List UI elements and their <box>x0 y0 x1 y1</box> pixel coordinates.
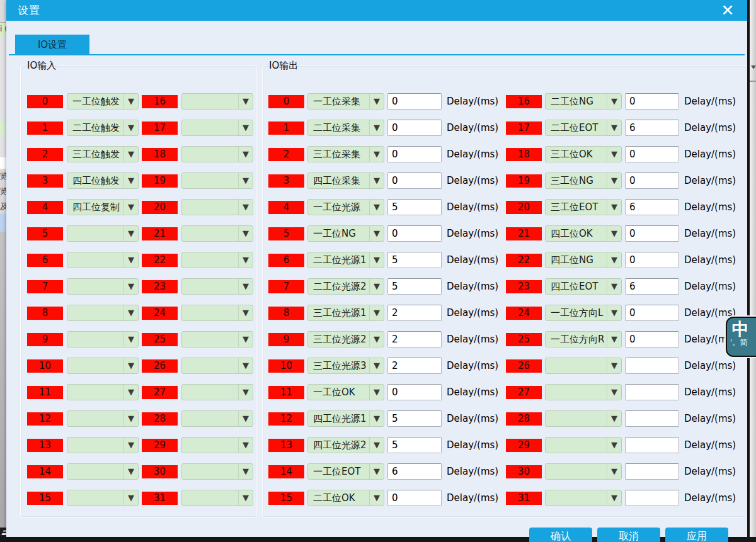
io-output-select-31[interactable]: ▼ <box>545 490 622 506</box>
io-output-select-24[interactable]: 一工位方向L▼ <box>545 305 622 321</box>
io-output-delay-input-18[interactable] <box>625 146 679 162</box>
io-output-select-28[interactable]: ▼ <box>545 410 622 427</box>
io-input-select-1[interactable]: 二工位触发▼ <box>67 120 139 136</box>
io-input-select-12[interactable]: ▼ <box>67 410 139 427</box>
io-output-select-18[interactable]: 三工位OK▼ <box>545 146 622 162</box>
close-icon[interactable]: ✕ <box>717 1 738 20</box>
io-output-delay-input-10[interactable] <box>387 358 442 374</box>
io-output-select-11[interactable]: 一工位OK▼ <box>307 384 384 400</box>
io-output-delay-input-9[interactable] <box>387 331 442 347</box>
io-input-select-13[interactable]: ▼ <box>67 437 139 453</box>
io-input-select-7[interactable]: ▼ <box>67 278 139 295</box>
io-output-delay-input-22[interactable] <box>625 252 679 268</box>
io-output-select-5[interactable]: 一工位NG▼ <box>307 225 384 242</box>
io-output-select-0[interactable]: 一工位采集▼ <box>307 93 384 110</box>
io-output-delay-input-30[interactable] <box>625 463 679 480</box>
io-output-delay-input-16[interactable] <box>625 93 679 110</box>
io-input-select-20[interactable]: ▼ <box>181 199 253 215</box>
io-output-delay-input-31[interactable] <box>625 490 679 506</box>
io-output-select-14[interactable]: 一工位EOT▼ <box>307 463 384 480</box>
io-input-select-6[interactable]: ▼ <box>67 252 139 268</box>
io-output-select-16[interactable]: 二工位NG▼ <box>545 93 622 110</box>
io-output-select-30[interactable]: ▼ <box>545 463 622 480</box>
io-output-select-21[interactable]: 四工位OK▼ <box>545 225 622 242</box>
io-input-select-16[interactable]: ▼ <box>181 93 253 110</box>
io-output-delay-input-3[interactable] <box>387 172 442 189</box>
io-output-delay-input-7[interactable] <box>387 278 442 295</box>
io-output-select-26[interactable]: ▼ <box>545 358 622 374</box>
io-output-select-8[interactable]: 三工位光源1▼ <box>307 305 384 321</box>
io-output-select-9[interactable]: 三工位光源2▼ <box>307 331 384 347</box>
io-output-select-23[interactable]: 四工位EOT▼ <box>545 278 622 295</box>
io-input-select-22[interactable]: ▼ <box>181 252 253 268</box>
io-output-select-15[interactable]: 二工位OK▼ <box>307 490 384 506</box>
io-output-select-7[interactable]: 二工位光源2▼ <box>307 278 384 295</box>
io-output-delay-input-20[interactable] <box>625 199 679 215</box>
io-input-select-4[interactable]: 四工位复制▼ <box>67 199 139 215</box>
io-input-select-18[interactable]: ▼ <box>181 146 253 162</box>
io-input-select-26[interactable]: ▼ <box>181 358 253 374</box>
io-output-delay-input-2[interactable] <box>387 146 442 162</box>
io-output-select-1[interactable]: 二工位采集▼ <box>307 120 384 136</box>
io-output-delay-input-21[interactable] <box>625 225 679 242</box>
io-input-select-5[interactable]: ▼ <box>67 225 139 242</box>
io-output-delay-input-25[interactable] <box>625 331 679 347</box>
io-input-select-14[interactable]: ▼ <box>67 463 139 480</box>
io-output-delay-input-11[interactable] <box>387 384 442 400</box>
io-output-delay-input-12[interactable] <box>387 410 442 427</box>
io-input-select-9[interactable]: ▼ <box>67 331 139 347</box>
io-input-select-19[interactable]: ▼ <box>181 172 253 189</box>
io-input-select-25[interactable]: ▼ <box>181 331 253 347</box>
io-input-select-17[interactable]: ▼ <box>181 120 253 136</box>
io-output-select-13[interactable]: 四工位光源2▼ <box>307 437 384 453</box>
io-output-select-10[interactable]: 三工位光源3▼ <box>307 358 384 374</box>
io-input-select-24[interactable]: ▼ <box>181 305 253 321</box>
io-input-select-29[interactable]: ▼ <box>181 437 253 453</box>
dialog-titlebar[interactable]: 设置 ✕ <box>6 0 747 21</box>
io-output-delay-input-0[interactable] <box>387 93 442 110</box>
io-output-delay-input-19[interactable] <box>625 172 679 189</box>
io-output-select-2[interactable]: 三工位采集▼ <box>307 146 384 162</box>
io-input-select-2[interactable]: 三工位触发▼ <box>67 146 139 162</box>
cancel-button[interactable]: 取消 <box>597 528 660 542</box>
io-input-select-0[interactable]: 一工位触发▼ <box>67 93 139 110</box>
io-output-delay-input-14[interactable] <box>387 463 442 480</box>
io-input-select-21[interactable]: ▼ <box>181 225 253 242</box>
io-output-select-27[interactable]: ▼ <box>545 384 622 400</box>
io-output-select-12[interactable]: 四工位光源1▼ <box>307 410 384 427</box>
io-output-select-17[interactable]: 二工位EOT▼ <box>545 120 622 136</box>
io-output-delay-input-26[interactable] <box>625 358 679 374</box>
apply-button[interactable]: 应用 <box>665 528 728 542</box>
io-input-select-23[interactable]: ▼ <box>181 278 253 295</box>
io-output-select-6[interactable]: 二工位光源1▼ <box>307 252 384 268</box>
io-output-delay-input-4[interactable] <box>387 199 442 215</box>
io-output-delay-input-23[interactable] <box>625 278 679 295</box>
io-output-delay-input-28[interactable] <box>625 410 679 427</box>
io-output-select-20[interactable]: 三工位EOT▼ <box>545 199 622 215</box>
io-input-select-10[interactable]: ▼ <box>67 358 139 374</box>
io-input-select-8[interactable]: ▼ <box>67 305 139 321</box>
ime-widget[interactable]: 中 '。简 <box>726 317 756 357</box>
io-output-delay-input-6[interactable] <box>387 252 442 268</box>
io-output-delay-input-29[interactable] <box>625 437 679 453</box>
io-output-select-19[interactable]: 三工位NG▼ <box>545 172 622 189</box>
io-output-select-29[interactable]: ▼ <box>545 437 622 453</box>
io-input-select-30[interactable]: ▼ <box>181 463 253 480</box>
io-input-select-15[interactable]: ▼ <box>67 490 139 506</box>
io-output-select-22[interactable]: 四工位NG▼ <box>545 252 622 268</box>
io-output-select-3[interactable]: 四工位采集▼ <box>307 172 384 189</box>
io-input-select-28[interactable]: ▼ <box>181 410 253 427</box>
io-input-select-31[interactable]: ▼ <box>181 490 253 506</box>
io-output-delay-input-17[interactable] <box>625 120 679 136</box>
io-output-delay-input-8[interactable] <box>387 305 442 321</box>
io-output-delay-input-27[interactable] <box>625 384 679 400</box>
io-output-delay-input-15[interactable] <box>387 490 442 506</box>
io-output-delay-input-13[interactable] <box>387 437 442 453</box>
io-output-delay-input-24[interactable] <box>625 305 679 321</box>
io-input-select-27[interactable]: ▼ <box>181 384 253 400</box>
io-input-select-3[interactable]: 四工位触发▼ <box>67 172 139 189</box>
io-output-delay-input-1[interactable] <box>387 120 442 136</box>
io-output-select-25[interactable]: 一工位方向R▼ <box>545 331 622 347</box>
io-output-select-4[interactable]: 一工位光源▼ <box>307 199 384 215</box>
io-input-select-11[interactable]: ▼ <box>67 384 139 400</box>
